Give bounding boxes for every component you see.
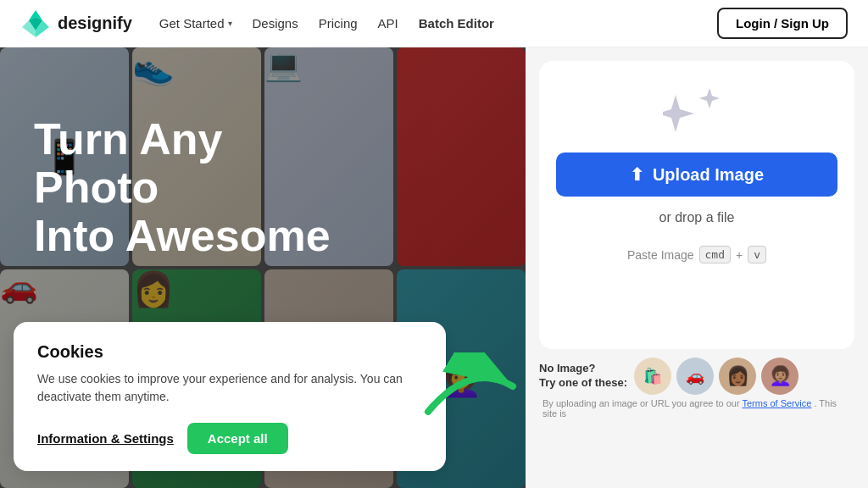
try-label: No Image? Try one of these: [539,362,627,391]
terms-row: By uploading an image or URL you agree t… [539,398,854,419]
svg-marker-5 [663,95,694,132]
cookie-body: We use cookies to improve your experienc… [37,370,422,406]
terms-link[interactable]: Terms of Service [742,398,811,408]
cookie-title: Cookies [37,342,422,362]
try-thumb-1[interactable]: 🛍️ [634,358,671,395]
upload-panel: ⬆ Upload Image or drop a file Paste Imag… [526,47,868,488]
try-thumb-3[interactable]: 👩🏾 [719,358,756,395]
try-thumbnails: 🛍️ 🚗 👩🏾 👩🏽‍🦱 [634,358,798,395]
cookie-settings-button[interactable]: Information & Settings [37,431,174,446]
nav-api[interactable]: API [378,16,398,30]
logo-icon [20,8,51,39]
v-key: v [748,246,766,263]
login-button[interactable]: Login / Sign Up [717,8,848,39]
hero-section: 👨 👩‍🦱 Turn Any Photo Into Awesome Cookie… [0,47,526,488]
paste-row: Paste Image cmd + v [627,246,766,263]
nav-pricing[interactable]: Pricing [319,16,358,30]
nav-links: Get Started ▾ Designs Pricing API Batch … [159,16,717,30]
logo-area[interactable]: designify [20,8,132,39]
cookie-accept-button[interactable]: Accept all [187,423,288,454]
svg-marker-6 [699,88,720,108]
cmd-key: cmd [699,246,731,263]
upload-button[interactable]: ⬆ Upload Image [556,152,837,197]
nav-designs[interactable]: Designs [253,16,298,30]
cookie-banner: Cookies We use cookies to improve your e… [14,322,446,471]
try-section: No Image? Try one of these: 🛍️ 🚗 👩🏾 👩🏽‍🦱 [539,358,854,395]
upload-card: ⬆ Upload Image or drop a file Paste Imag… [539,61,854,349]
navbar: designify Get Started ▾ Designs Pricing … [0,0,868,47]
sparkle-icon [663,88,731,142]
try-thumb-2[interactable]: 🚗 [676,358,714,395]
upload-icon: ⬆ [630,164,644,185]
chevron-down-icon: ▾ [228,19,232,28]
nav-get-started[interactable]: Get Started ▾ [159,16,232,30]
cookie-actions: Information & Settings Accept all [37,423,422,454]
hero-headline: Turn Any Photo Into Awesome [34,115,331,261]
try-thumb-4[interactable]: 👩🏽‍🦱 [761,358,798,395]
green-arrow-icon [420,352,521,420]
drop-text: or drop a file [659,210,735,225]
nav-batch-editor[interactable]: Batch Editor [419,16,494,30]
logo-text: designify [58,14,132,33]
main-content: 👨 👩‍🦱 Turn Any Photo Into Awesome Cookie… [0,47,868,488]
